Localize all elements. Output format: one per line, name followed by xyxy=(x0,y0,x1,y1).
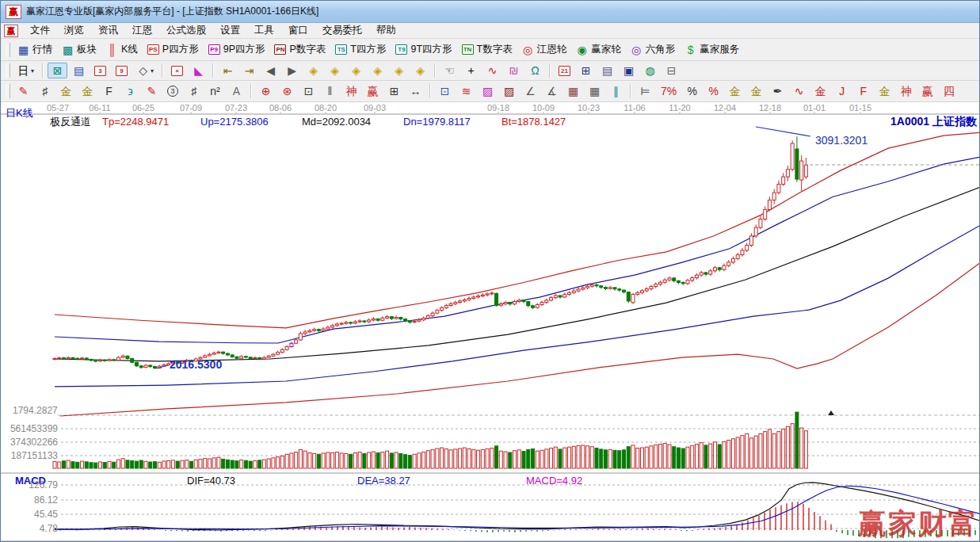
title-bar[interactable]: 赢 赢家江恩专业版[赢家内部服务平台] - [上证指数 SH1A0001-166… xyxy=(1,1,979,23)
wave-measure-button[interactable]: ∿ xyxy=(482,63,502,78)
winner-service-button[interactable]: $赢家服务 xyxy=(681,41,743,58)
flag-chart-button[interactable]: ◣ xyxy=(189,63,208,78)
n-square-button[interactable]: n² xyxy=(205,83,225,99)
chart-area[interactable]: 05-2706-1106-2507-0907-2308-0608-2009-03… xyxy=(1,102,980,542)
erase-lines-button[interactable]: × xyxy=(167,64,187,78)
fan-lines-button[interactable]: ≋ xyxy=(456,83,476,99)
quote-board-button[interactable]: ▤ xyxy=(69,63,89,78)
hand-tool-button[interactable]: ☜ xyxy=(440,63,459,78)
boxed-web-button[interactable]: ⊡ xyxy=(299,83,318,99)
menu-item-帮助[interactable]: 帮助 xyxy=(369,23,403,38)
percent-button[interactable]: % xyxy=(682,83,702,99)
toolbar-grip[interactable] xyxy=(6,84,10,98)
chart-9-button[interactable]: 9 xyxy=(112,64,132,78)
grid-123-button[interactable]: ⊞ xyxy=(384,83,404,99)
a-lines-button[interactable]: A xyxy=(227,83,246,99)
percent-7-button[interactable]: 7% xyxy=(657,83,681,99)
mesh-chart-button[interactable]: ⊠ xyxy=(48,63,67,78)
circle-3-button[interactable]: 3 xyxy=(163,84,182,98)
draw-red-button[interactable]: ✎ xyxy=(142,83,162,99)
first-page-button[interactable]: ⇤ xyxy=(218,63,238,78)
ruler-button[interactable]: ⊨ xyxy=(635,83,655,99)
toolbar-grip[interactable] xyxy=(6,43,10,57)
analysis-tool-button[interactable]: Ω xyxy=(525,63,545,78)
menu-item-窗口[interactable]: 窗口 xyxy=(281,23,315,38)
gold-red-button[interactable]: 金 xyxy=(810,83,830,99)
grid-dark-button[interactable]: ▨ xyxy=(499,83,519,99)
gann-diamond-4-button[interactable]: ◈ xyxy=(368,63,387,78)
angle-f-button[interactable]: F xyxy=(853,83,873,99)
menu-item-文件[interactable]: 文件 xyxy=(23,23,57,38)
save-button[interactable]: ▣ xyxy=(619,63,639,78)
crosshair-button[interactable]: + xyxy=(461,63,481,78)
menu-item-工具[interactable]: 工具 xyxy=(247,23,281,38)
9t-square-button[interactable]: T99T四方形 xyxy=(391,41,456,58)
angle-ying-button[interactable]: 赢 xyxy=(917,83,937,99)
draw-pencil-button[interactable]: ✎ xyxy=(13,83,33,99)
grid-pen-button[interactable]: ▦ xyxy=(585,83,604,99)
print-button[interactable]: ⊟ xyxy=(662,63,681,78)
h-lines-button[interactable]: ♯ xyxy=(35,83,55,99)
angle-j-button[interactable]: J xyxy=(832,83,852,99)
angle-gold-button[interactable]: 金 xyxy=(875,83,894,99)
period-daily-button[interactable]: 日▾ xyxy=(13,63,38,78)
gold-lines-button[interactable]: 金 xyxy=(746,83,766,99)
ink-pen-button[interactable]: ✒ xyxy=(768,83,787,99)
parallel-button[interactable]: ∥ xyxy=(606,83,626,99)
gann-wheel-button[interactable]: ◎江恩轮 xyxy=(518,41,571,58)
quotes-button[interactable]: ▦行情 xyxy=(13,41,56,58)
tick-marks-button[interactable]: ǁ xyxy=(320,83,340,99)
calendar-21-button[interactable]: 21 xyxy=(555,64,574,78)
9p-square-button[interactable]: P99P四方形 xyxy=(204,41,269,58)
candle-style-button[interactable]: ◇▾ xyxy=(133,63,158,78)
spider-web-button[interactable]: ⊛ xyxy=(277,83,297,99)
kline-chart-svg[interactable]: 05-2706-1106-2507-0907-2308-0608-2009-03… xyxy=(1,102,980,542)
wave-a-button[interactable]: ∿ xyxy=(789,83,809,99)
gold-grid-2-button[interactable]: 金 xyxy=(78,83,97,99)
grid-magenta-button[interactable]: ▨ xyxy=(478,83,498,99)
prev-bar-button[interactable]: ◀ xyxy=(261,63,280,78)
window-box-button[interactable]: ⊡ xyxy=(435,83,455,99)
winner-wheel-button[interactable]: ◉赢家轮 xyxy=(572,41,625,58)
fib-grid-button[interactable]: F xyxy=(99,83,119,99)
menu-item-江恩[interactable]: 江恩 xyxy=(125,23,159,38)
menu-item-交易委托[interactable]: 交易委托 xyxy=(315,23,369,38)
spiral-button[interactable]: ϶ xyxy=(120,83,140,99)
gann-diamond-2-button[interactable]: ◈ xyxy=(325,63,345,78)
gann-box-tool-button[interactable]: ₪ xyxy=(504,63,524,78)
angle-si-button[interactable]: 四 xyxy=(939,83,959,99)
notes-button[interactable]: ▤ xyxy=(597,63,617,78)
menu-item-资讯[interactable]: 资讯 xyxy=(91,23,125,38)
angle-lines-button[interactable]: ∠ xyxy=(521,83,540,99)
t-number-button[interactable]: TNT数字表 xyxy=(458,41,517,58)
angle-check-button[interactable]: ∡ xyxy=(542,83,562,99)
last-page-button[interactable]: ⇥ xyxy=(239,63,259,78)
hash-button[interactable]: ♯ xyxy=(184,83,204,99)
gold-grid-button[interactable]: 金 xyxy=(56,83,76,99)
gann-diamond-5-button[interactable]: ◈ xyxy=(389,63,409,78)
shen-grid-button[interactable]: 神 xyxy=(341,83,361,99)
next-bar-button[interactable]: ▶ xyxy=(282,63,302,78)
menu-item-设置[interactable]: 设置 xyxy=(213,23,247,38)
calculator-button[interactable]: ⊞ xyxy=(576,63,596,78)
gann-diamond-3-button[interactable]: ◈ xyxy=(346,63,366,78)
t-square-button[interactable]: TST四方形 xyxy=(331,41,390,58)
h-measure-button[interactable]: ↔ xyxy=(406,83,425,99)
sectors-button[interactable]: ▩板块 xyxy=(58,41,101,58)
p-number-button[interactable]: PNP数字表 xyxy=(270,41,330,58)
menu-item-浏览[interactable]: 浏览 xyxy=(57,23,91,38)
gann-diamond-1-button[interactable]: ◈ xyxy=(303,63,323,78)
percent-line-button[interactable]: % xyxy=(704,83,723,99)
gann-diamond-6-button[interactable]: ◈ xyxy=(410,63,430,78)
hexagon-button[interactable]: ◎六角形 xyxy=(627,41,680,58)
p-square-button[interactable]: PSP四方形 xyxy=(143,41,203,58)
gann-circle-button[interactable]: ⊕ xyxy=(256,83,276,99)
angle-shen-button[interactable]: 神 xyxy=(896,83,916,99)
gold-circle-button[interactable]: 金 xyxy=(725,83,745,99)
toolbar-grip[interactable] xyxy=(6,63,10,78)
chart-3-button[interactable]: 3 xyxy=(90,64,110,78)
network-button[interactable]: ◍ xyxy=(640,63,660,78)
kline-button[interactable]: ║K线 xyxy=(102,41,142,58)
ying-grid-button[interactable]: 赢 xyxy=(363,83,383,99)
grid-a-button[interactable]: ▦ xyxy=(563,83,583,99)
